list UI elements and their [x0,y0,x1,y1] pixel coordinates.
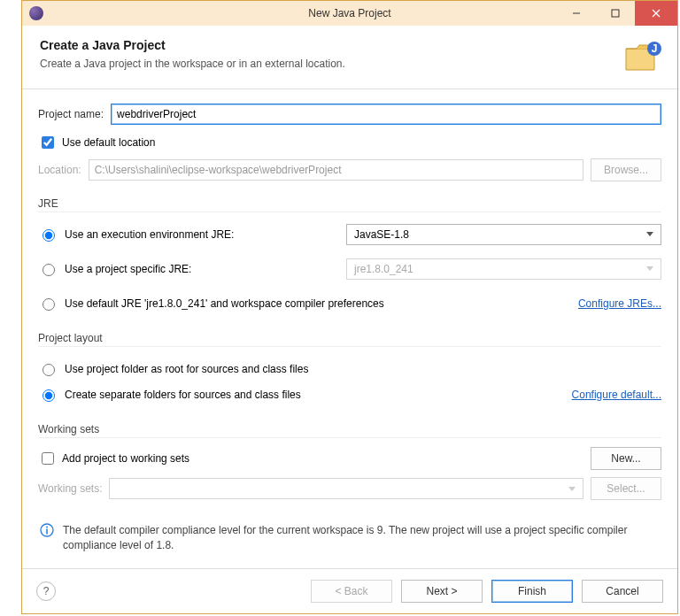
minimize-button[interactable] [557,1,596,26]
new-working-set-button[interactable]: New... [591,447,661,470]
jre-group-label: JRE [38,197,661,210]
configure-default-link[interactable]: Configure default... [572,389,661,401]
jre-specific-label: Use a project specific JRE: [65,263,191,275]
location-input [89,159,583,181]
chevron-down-icon [646,266,653,271]
jre-env-select[interactable]: JavaSE-1.8 [346,224,661,245]
layout-single-radio[interactable] [42,364,55,376]
chevron-down-icon [646,232,653,236]
folder-java-icon: J [624,38,663,76]
jre-env-radio[interactable] [42,229,55,242]
info-icon [40,523,54,540]
project-name-label: Project name: [38,108,104,120]
wizard-header: Create a Java Project Create a Java proj… [22,26,677,89]
svg-rect-8 [46,529,48,535]
cancel-button[interactable]: Cancel [582,580,663,603]
use-default-location-checkbox[interactable] [42,136,54,149]
layout-group-label: Project layout [38,332,661,344]
dialog-window: New Java Project Create a Java Project C… [21,0,678,614]
wizard-content: Project name: Use default location Locat… [22,89,677,568]
browse-button: Browse... [591,158,661,181]
window-title: New Java Project [308,7,390,19]
svg-point-7 [46,527,48,528]
svg-text:J: J [652,42,658,55]
use-default-location-label: Use default location [62,136,155,149]
page-subtitle: Create a Java project in the workspace o… [40,58,345,70]
help-button[interactable]: ? [36,581,56,601]
add-working-sets-checkbox[interactable] [42,452,54,465]
info-message: The default compiler compliance level fo… [38,523,661,553]
wizard-footer: ? < Back Next > Finish Cancel [22,568,677,613]
project-name-input[interactable] [111,104,661,125]
titlebar[interactable]: New Java Project [22,1,677,26]
layout-single-label: Use project folder as root for sources a… [65,363,308,375]
working-sets-group-label: Working sets [38,423,661,435]
close-button[interactable] [635,1,677,26]
jre-specific-radio[interactable] [42,264,55,276]
next-button[interactable]: Next > [401,580,483,603]
jre-env-label: Use an execution environment JRE: [65,228,234,241]
configure-jres-link[interactable]: Configure JREs... [578,297,661,310]
location-label: Location: [38,164,81,176]
working-sets-label: Working sets: [38,482,102,495]
info-text: The default compiler compliance level fo… [63,523,660,553]
window-controls [557,1,677,26]
back-button: < Back [311,580,392,603]
jre-default-radio[interactable] [42,298,55,311]
add-working-sets-label: Add project to working sets [62,452,189,465]
jre-default-label: Use default JRE 'jre1.8.0_241' and works… [65,297,384,310]
chevron-down-icon [568,487,576,491]
eclipse-icon [29,6,43,20]
select-working-set-button: Select... [591,477,661,500]
page-title: Create a Java Project [40,38,345,52]
maximize-button[interactable] [596,1,635,26]
layout-separate-label: Create separate folders for sources and … [65,389,301,401]
finish-button[interactable]: Finish [491,580,573,603]
working-sets-select [109,478,583,499]
layout-separate-radio[interactable] [42,389,55,402]
svg-rect-1 [612,10,619,17]
jre-specific-select: jre1.8.0_241 [346,258,661,280]
